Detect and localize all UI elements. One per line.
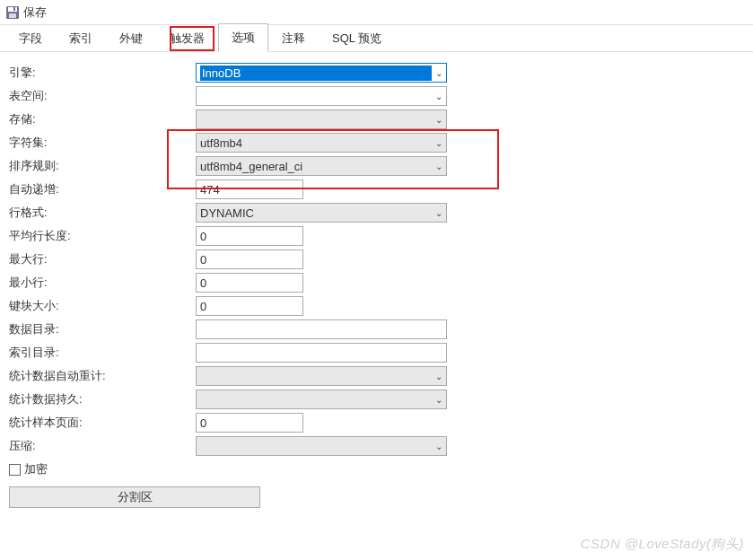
tab-triggers[interactable]: 触发器 <box>156 24 218 52</box>
stats-sample-pages-input[interactable]: 0 <box>196 413 303 433</box>
storage-label: 存储: <box>7 111 196 127</box>
tab-foreign-keys[interactable]: 外键 <box>106 24 156 52</box>
toolbar: 保存 <box>0 0 753 25</box>
chevron-down-icon: ⌄ <box>435 138 442 148</box>
partition-button[interactable]: 分割区 <box>9 486 260 508</box>
data-directory-label: 数据目录: <box>7 321 196 337</box>
compression-select[interactable]: ⌄ <box>196 436 447 456</box>
auto-increment-label: 自动递增: <box>7 181 196 197</box>
engine-select[interactable]: InnoDB ⌄ <box>196 63 447 83</box>
stats-auto-recalc-select[interactable]: ⌄ <box>196 366 447 386</box>
min-rows-label: 最小行: <box>7 275 196 291</box>
storage-select[interactable]: ⌄ <box>196 109 447 129</box>
stats-sample-pages-label: 统计样本页面: <box>7 415 196 431</box>
avg-row-length-label: 平均行长度: <box>7 228 196 244</box>
save-button[interactable]: 保存 <box>23 4 47 21</box>
avg-row-length-input[interactable]: 0 <box>196 226 303 246</box>
index-directory-label: 索引目录: <box>7 345 196 361</box>
charset-label: 字符集: <box>7 135 196 151</box>
svg-rect-1 <box>8 7 17 12</box>
tab-comment[interactable]: 注释 <box>268 24 319 52</box>
auto-increment-input[interactable]: 474 <box>196 179 303 199</box>
options-form: 引擎: InnoDB ⌄ 表空间: ⌄ 存储: ⌄ 字符集: utf8mb4⌄ … <box>0 52 753 512</box>
tab-indexes[interactable]: 索引 <box>56 24 106 52</box>
svg-rect-2 <box>9 13 16 18</box>
stats-auto-recalc-label: 统计数据自动重计: <box>7 368 196 384</box>
stats-persistent-label: 统计数据持久: <box>7 391 196 407</box>
compression-label: 压缩: <box>7 438 196 454</box>
tab-options[interactable]: 选项 <box>218 23 268 52</box>
tab-fields[interactable]: 字段 <box>5 24 56 52</box>
collation-select[interactable]: utf8mb4_general_ci⌄ <box>196 156 447 176</box>
collation-label: 排序规则: <box>7 158 196 174</box>
index-directory-input[interactable] <box>196 343 447 363</box>
min-rows-input[interactable]: 0 <box>196 273 303 293</box>
max-rows-label: 最大行: <box>7 251 196 267</box>
tablespace-label: 表空间: <box>7 88 196 104</box>
chevron-down-icon: ⌄ <box>435 68 442 78</box>
row-format-select[interactable]: DYNAMIC⌄ <box>196 203 447 223</box>
encrypt-checkbox[interactable] <box>9 464 21 476</box>
svg-rect-3 <box>13 7 15 11</box>
watermark: CSDN @LoveStady(狗头) <box>581 536 744 553</box>
save-icon[interactable] <box>5 5 20 20</box>
chevron-down-icon: ⌄ <box>435 115 442 125</box>
row-format-label: 行格式: <box>7 205 196 221</box>
chevron-down-icon: ⌄ <box>435 162 442 171</box>
chevron-down-icon: ⌄ <box>435 208 442 218</box>
charset-select[interactable]: utf8mb4⌄ <box>196 133 447 153</box>
data-directory-input[interactable] <box>196 319 447 339</box>
chevron-down-icon: ⌄ <box>435 92 442 101</box>
stats-persistent-select[interactable]: ⌄ <box>196 389 447 409</box>
chevron-down-icon: ⌄ <box>435 395 442 405</box>
encrypt-label: 加密 <box>24 461 48 477</box>
chevron-down-icon: ⌄ <box>435 442 442 451</box>
tab-sql-preview[interactable]: SQL 预览 <box>319 24 395 52</box>
tablespace-select[interactable]: ⌄ <box>196 86 447 106</box>
chevron-down-icon: ⌄ <box>435 372 442 381</box>
key-block-size-label: 键块大小: <box>7 298 196 314</box>
tab-bar: 字段 索引 外键 触发器 选项 注释 SQL 预览 <box>0 25 753 52</box>
key-block-size-input[interactable]: 0 <box>196 296 303 316</box>
max-rows-input[interactable]: 0 <box>196 249 303 269</box>
engine-label: 引擎: <box>7 65 196 81</box>
